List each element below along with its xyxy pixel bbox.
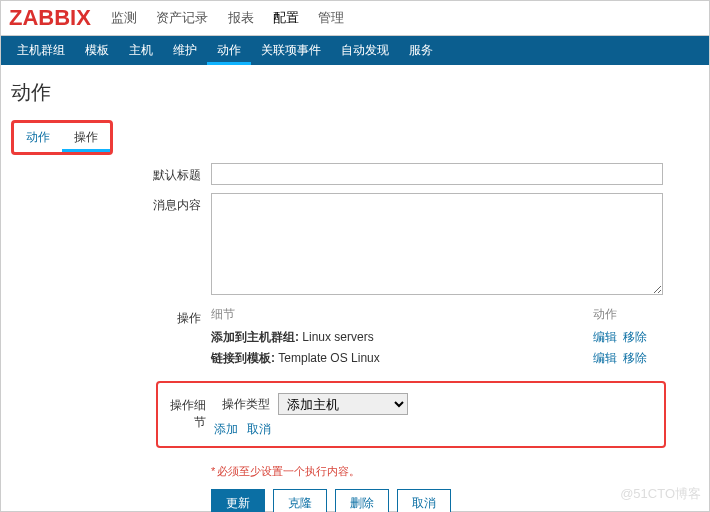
op-remove[interactable]: 移除 xyxy=(623,330,647,344)
inner-tabs-highlight: 动作 操作 xyxy=(11,120,113,155)
tab-action[interactable]: 动作 xyxy=(14,123,62,152)
topnav-inventory[interactable]: 资产记录 xyxy=(156,7,208,29)
page-title: 动作 xyxy=(1,65,709,112)
logo: ZABBIX xyxy=(9,5,91,31)
topnav-configuration[interactable]: 配置 xyxy=(273,7,299,29)
op-row: 链接到模板: Template OS Linux 编辑移除 xyxy=(211,348,663,369)
textarea-message[interactable] xyxy=(211,193,663,295)
label-message: 消息内容 xyxy=(11,193,211,298)
subnav-hosts[interactable]: 主机 xyxy=(119,36,163,65)
input-subject[interactable] xyxy=(211,163,663,185)
label-op-type: 操作类型 xyxy=(214,396,270,413)
update-button[interactable]: 更新 xyxy=(211,489,265,512)
label-op-detail: 操作细节 xyxy=(166,393,214,438)
op-remove[interactable]: 移除 xyxy=(623,351,647,365)
op-detail-add[interactable]: 添加 xyxy=(214,422,238,436)
subnav-templates[interactable]: 模板 xyxy=(75,36,119,65)
op-edit[interactable]: 编辑 xyxy=(593,330,617,344)
delete-button[interactable]: 删除 xyxy=(335,489,389,512)
topnav-reports[interactable]: 报表 xyxy=(228,7,254,29)
col-detail: 细节 xyxy=(211,306,593,323)
label-subject: 默认标题 xyxy=(11,163,211,185)
subnav-services[interactable]: 服务 xyxy=(399,36,443,65)
label-operations: 操作 xyxy=(11,306,211,369)
op-edit[interactable]: 编辑 xyxy=(593,351,617,365)
top-nav: 监测 资产记录 报表 配置 管理 xyxy=(103,7,352,29)
topnav-admin[interactable]: 管理 xyxy=(318,7,344,29)
form-area: 默认标题 消息内容 操作 细节 动作 添加到主机群组: Linux server… xyxy=(1,159,709,512)
subnav-actions[interactable]: 动作 xyxy=(207,36,251,65)
select-op-type[interactable]: 添加主机 xyxy=(278,393,408,415)
op-row: 添加到主机群组: Linux servers 编辑移除 xyxy=(211,327,663,348)
tab-operations[interactable]: 操作 xyxy=(62,123,110,152)
operations-table: 细节 动作 添加到主机群组: Linux servers 编辑移除 链接到模板:… xyxy=(211,306,663,369)
topnav-monitoring[interactable]: 监测 xyxy=(111,7,137,29)
subnav-hostgroups[interactable]: 主机群组 xyxy=(7,36,75,65)
clone-button[interactable]: 克隆 xyxy=(273,489,327,512)
operation-detail-box: 操作细节 操作类型 添加主机 添加 取消 xyxy=(156,381,666,448)
subnav-correlation[interactable]: 关联项事件 xyxy=(251,36,331,65)
sub-nav: 主机群组 模板 主机 维护 动作 关联项事件 自动发现 服务 xyxy=(1,36,709,65)
subnav-maintenance[interactable]: 维护 xyxy=(163,36,207,65)
cancel-button[interactable]: 取消 xyxy=(397,489,451,512)
col-action: 动作 xyxy=(593,306,663,323)
required-note: *必须至少设置一个执行内容。 xyxy=(211,456,699,489)
op-detail-cancel[interactable]: 取消 xyxy=(247,422,271,436)
top-bar: ZABBIX 监测 资产记录 报表 配置 管理 xyxy=(1,1,709,36)
subnav-discovery[interactable]: 自动发现 xyxy=(331,36,399,65)
